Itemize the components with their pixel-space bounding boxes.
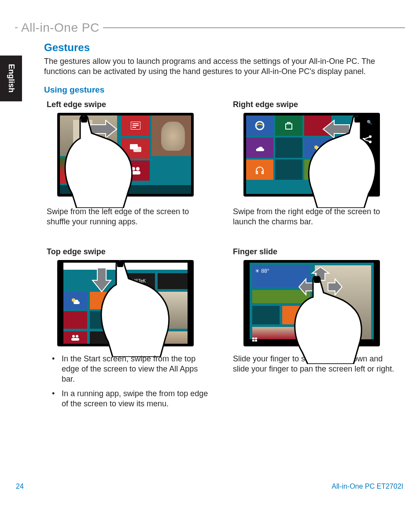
arrow-down-icon — [91, 267, 113, 294]
people-icon — [129, 167, 142, 175]
arrow-pan-icon — [296, 267, 345, 316]
start-icon — [252, 336, 258, 344]
gesture-illustration: ☀ 88° — [243, 260, 380, 346]
svg-point-6 — [132, 167, 135, 171]
gesture-bullet: In a running app, swipe the from top edg… — [49, 389, 213, 409]
gesture-left-edge-swipe: Left edge swipe — [44, 100, 217, 227]
language-label: English — [7, 64, 16, 93]
ie-icon — [254, 120, 265, 131]
svg-point-27 — [76, 335, 78, 338]
gestures-grid: Left edge swipe — [44, 100, 403, 413]
svg-point-11 — [314, 145, 318, 149]
svg-point-7 — [136, 167, 140, 171]
page-number: 24 — [16, 483, 24, 490]
people-icon — [70, 334, 80, 341]
svg-rect-30 — [252, 338, 254, 339]
gesture-finger-slide: Finger slide ☀ 88° — [230, 247, 403, 413]
svg-rect-19 — [367, 151, 371, 155]
bag-icon — [284, 121, 293, 130]
charm-share-icon — [361, 135, 373, 145]
gesture-title: Right edge swipe — [233, 100, 403, 109]
gesture-illustration: 🔍 ⚙ — [243, 113, 380, 199]
arrow-left-icon — [321, 118, 352, 140]
header-rule-right — [103, 27, 405, 28]
page-header: All-in-One PC — [15, 21, 405, 34]
svg-rect-20 — [362, 156, 366, 160]
svg-point-26 — [72, 335, 75, 338]
product-line-title: All-in-One PC — [18, 21, 103, 35]
page-content: Gestures The gestures allow you to launc… — [44, 41, 403, 413]
footer-model: All-in-One PC ET2702I — [332, 483, 403, 490]
charm-devices-icon — [362, 167, 372, 176]
skydrive-icon — [255, 144, 265, 151]
gesture-title: Top edge swipe — [47, 247, 217, 256]
gesture-illustration — [57, 113, 194, 199]
gesture-right-edge-swipe: Right edge swipe — [230, 100, 403, 227]
news-icon — [131, 122, 140, 130]
intro-paragraph: The gestures allow you to launch program… — [44, 56, 403, 77]
svg-point-12 — [314, 166, 322, 174]
charm-start-icon — [362, 151, 372, 162]
svg-rect-28 — [71, 338, 79, 341]
gesture-top-edge-swipe: Top edge swipe ASUSTeK — [44, 247, 217, 413]
chat-icon — [130, 144, 141, 153]
page-footer: 24 All-in-One PC ET2702I — [16, 483, 403, 490]
gesture-description: Slide your finger to scroll up and down … — [233, 354, 403, 374]
svg-rect-21 — [367, 156, 371, 160]
svg-rect-33 — [255, 340, 257, 342]
svg-line-16 — [365, 137, 369, 139]
svg-rect-32 — [252, 340, 254, 342]
svg-point-25 — [72, 298, 75, 302]
svg-line-17 — [365, 140, 369, 141]
charm-settings-icon: ⚙ — [366, 182, 372, 190]
svg-rect-5 — [133, 147, 141, 152]
subsection-title: Using gestures — [44, 85, 403, 95]
gesture-description: Swipe from the right edge of the screen … — [233, 207, 403, 227]
xbox-icon — [313, 165, 322, 174]
svg-rect-18 — [362, 151, 366, 155]
svg-rect-31 — [255, 338, 257, 339]
gesture-description: Swipe from the left edge of the screen t… — [47, 207, 217, 227]
svg-rect-22 — [362, 167, 368, 173]
weather-icon — [70, 297, 80, 304]
charm-search-icon: 🔍 — [367, 120, 372, 125]
section-title: Gestures — [44, 41, 403, 54]
arrow-right-icon — [88, 118, 119, 140]
headphones-icon — [254, 165, 265, 174]
svg-rect-8 — [131, 171, 140, 175]
weather-icon — [313, 144, 323, 151]
gesture-bullet: In the Start screen, swipe from the top … — [49, 354, 213, 384]
gesture-title: Finger slide — [233, 247, 403, 256]
language-tab: English — [0, 56, 22, 101]
gesture-title: Left edge swipe — [47, 100, 217, 109]
gesture-description-list: In the Start screen, swipe from the top … — [47, 354, 217, 409]
gesture-illustration: ASUSTeK — [57, 260, 194, 346]
